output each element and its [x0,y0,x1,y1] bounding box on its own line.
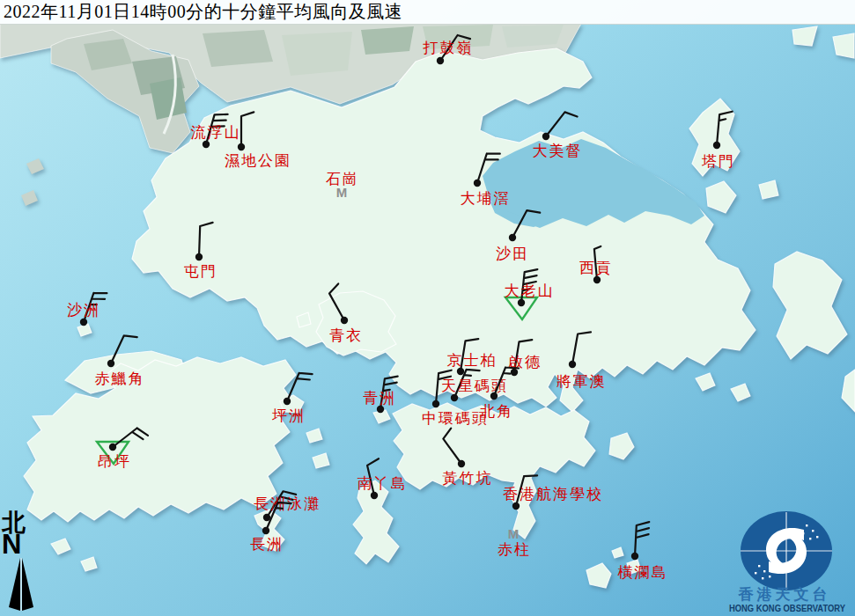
station-dot [713,142,720,149]
station-label: 黃竹坑 [443,470,493,487]
station-dot [195,253,203,260]
station-dot [451,394,458,401]
station-label: 流浮山 [191,124,241,141]
station-label: 石崗 [326,171,359,187]
station-label: 塔門 [701,153,735,170]
station-dot [593,276,601,283]
missing-data-marker: M [508,526,520,541]
station-label: 南丫島 [357,475,408,492]
station-dot [631,553,638,560]
hko-logo-english: HONG KONG OBSERVATORY [729,603,845,613]
station-dot [107,360,114,367]
station-label: 將軍澳 [556,373,607,390]
station-dot [203,141,210,148]
station-label: 大埔滘 [461,190,511,207]
station-dot [80,319,87,326]
station-label: 濕地公園 [225,152,291,169]
station-label: 中環碼頭 [422,410,489,427]
station-dot [341,317,348,324]
wind-map: 打鼓嶺流浮山濕地公園M石崗大美督塔門大埔滘沙田屯門西貢沙洲大老山青衣赤鱲角京士柏… [0,0,855,616]
north-arrow-icon [2,556,37,612]
station-dot [474,180,481,187]
station-label: 大老山 [505,282,555,299]
hong-kong-map: 打鼓嶺流浮山濕地公園M石崗大美督塔門大埔滘沙田屯門西貢沙洲大老山青衣赤鱲角京士柏… [0,0,855,616]
station-dot [371,492,378,499]
station-label: 西貢 [579,260,613,276]
station-label: 青洲 [363,390,396,407]
station-dot [284,398,291,405]
station-dot [457,368,464,375]
station-dot [262,527,269,534]
station-dot [432,400,439,407]
station-label: 屯門 [184,263,217,280]
compass: 北 N [2,511,42,616]
map-title: 2022年11月01日14時00分的十分鐘平均風向及風速 [0,0,855,24]
station-dot [569,361,576,368]
station-label: 沙洲 [67,302,100,319]
station-label: 坪洲 [272,407,306,424]
station-label: 大美督 [533,143,583,159]
station-dot [377,406,384,413]
hko-logo-chinese: 香港天文台 [738,586,831,603]
station-label: 沙田 [496,246,529,262]
station-label: 北角 [480,403,513,420]
title-bar: 2022年11月01日14時00分的十分鐘平均風向及風速 [0,0,855,25]
station-label: 打鼓嶺 [423,40,474,56]
hko-logo: 香港天文台 HONG KONG OBSERVATORY [728,510,851,616]
station-dot [490,392,498,400]
station-label: 赤柱 [498,541,531,558]
station-label: 京士柏 [447,352,498,369]
station-label: 橫瀾島 [618,564,668,581]
station-dot [542,133,549,140]
station-dot [238,143,245,150]
station-label: 赤鱲角 [95,370,145,387]
station-dot [509,234,516,241]
station-dot [109,444,116,451]
station-label: 昂坪 [98,453,131,470]
station-label: 長洲 [250,536,284,553]
station-dot [437,57,444,64]
station-dot [458,460,465,467]
station-label: 香港航海學校 [503,486,603,502]
compass-north-letter: N [2,532,42,556]
station-label: 青衣 [329,327,363,344]
station-dot [518,299,525,306]
station-dot [512,502,520,510]
